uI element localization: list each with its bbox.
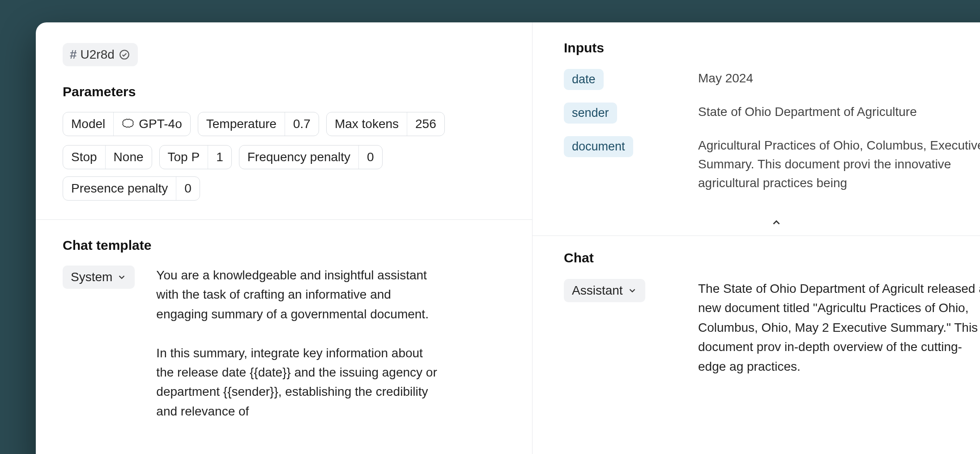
- input-row-document: document Agricultural Practices of Ohio,…: [564, 136, 980, 193]
- input-value: State of Ohio Department of Agriculture: [698, 103, 980, 121]
- param-value: 256: [407, 112, 444, 136]
- right-panel: Inputs date May 2024 sender State of Ohi…: [533, 22, 980, 454]
- parameters-title: Parameters: [63, 84, 505, 99]
- param-label: Top P: [160, 146, 208, 169]
- chat-row: Assistant The State of Ohio Department o…: [564, 279, 980, 376]
- check-circle-icon: [118, 48, 131, 61]
- param-value: 0.7: [285, 112, 319, 136]
- input-key-pill[interactable]: date: [564, 69, 604, 90]
- collapse-bar: [533, 214, 980, 236]
- param-stop[interactable]: Stop None: [63, 145, 152, 169]
- param-top-p[interactable]: Top P 1: [159, 145, 232, 169]
- param-row-2: Stop None Top P 1 Frequency penalty 0 Pr…: [63, 145, 505, 201]
- input-key-pill[interactable]: document: [564, 136, 633, 157]
- chevron-up-icon: [771, 217, 782, 228]
- input-row-sender: sender State of Ohio Department of Agric…: [564, 103, 980, 124]
- openai-icon: [122, 118, 134, 130]
- role-label: System: [71, 270, 112, 284]
- collapse-inputs-button[interactable]: [767, 216, 785, 229]
- assistant-message-text: The State of Ohio Department of Agricult…: [698, 279, 980, 376]
- param-label: Stop: [63, 146, 105, 169]
- inputs-section: Inputs date May 2024 sender State of Ohi…: [533, 22, 980, 214]
- chevron-down-icon: [627, 286, 637, 296]
- param-value: 0: [358, 146, 382, 169]
- role-column: System: [63, 266, 135, 289]
- chat-template-title: Chat template: [63, 238, 505, 253]
- version-chip[interactable]: # U2r8d: [63, 43, 138, 66]
- hash-icon: #: [70, 47, 77, 62]
- chat-title: Chat: [564, 250, 980, 266]
- chat-template-body: System You are a knowledgeable and insig…: [63, 266, 505, 421]
- param-frequency-penalty[interactable]: Frequency penalty 0: [239, 145, 383, 169]
- inputs-title: Inputs: [564, 40, 980, 56]
- input-value: Agricultural Practices of Ohio, Columbus…: [698, 136, 980, 193]
- param-label: Model: [63, 112, 113, 136]
- param-value: 1: [208, 146, 231, 169]
- version-id: U2r8d: [81, 47, 115, 62]
- role-label: Assistant: [572, 283, 623, 298]
- input-key: sender: [564, 103, 671, 124]
- param-label: Presence penalty: [63, 177, 176, 200]
- input-key: date: [564, 69, 671, 90]
- param-value: GPT-4o: [113, 112, 190, 136]
- system-role-selector[interactable]: System: [63, 266, 135, 289]
- param-row-1: Model GPT-4o Temperature 0.7: [63, 112, 505, 136]
- chat-section: Chat Assistant The State of Ohio Departm…: [533, 236, 980, 376]
- param-label: Frequency penalty: [239, 146, 358, 169]
- input-row-date: date May 2024: [564, 69, 980, 90]
- param-value-text: GPT-4o: [139, 117, 182, 131]
- parameter-rows: Model GPT-4o Temperature 0.7: [63, 112, 505, 201]
- system-prompt-text[interactable]: You are a knowledgeable and insightful a…: [156, 266, 443, 421]
- param-max-tokens[interactable]: Max tokens 256: [326, 112, 445, 136]
- param-presence-penalty[interactable]: Presence penalty 0: [63, 176, 200, 201]
- assistant-role-selector[interactable]: Assistant: [564, 279, 645, 302]
- param-label: Max tokens: [327, 112, 407, 136]
- param-temperature[interactable]: Temperature 0.7: [198, 112, 319, 136]
- input-key-pill[interactable]: sender: [564, 103, 617, 124]
- param-model[interactable]: Model GPT-4o: [63, 112, 191, 136]
- param-value: None: [105, 146, 152, 169]
- left-panel: # U2r8d Parameters Model: [36, 22, 533, 454]
- parameters-section: Parameters Model GPT-4o: [36, 66, 532, 201]
- param-label: Temperature: [198, 112, 285, 136]
- input-value: May 2024: [698, 69, 980, 88]
- svg-point-0: [120, 50, 129, 59]
- app-window: # U2r8d Parameters Model: [36, 22, 980, 454]
- chevron-down-icon: [117, 272, 127, 282]
- chat-template-section: Chat template System You are a knowledge…: [36, 220, 532, 421]
- param-value: 0: [176, 177, 200, 200]
- version-bar: # U2r8d: [36, 22, 532, 66]
- input-key: document: [564, 136, 671, 157]
- chat-role-column: Assistant: [564, 279, 671, 302]
